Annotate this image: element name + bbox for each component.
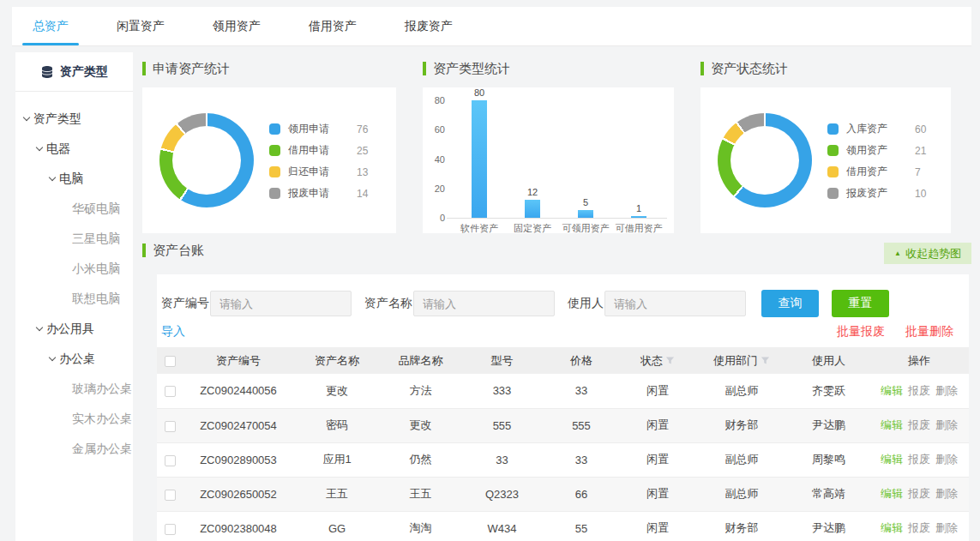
tree-node-label: 华硕电脑 — [72, 201, 120, 217]
delete-link[interactable]: 删除 — [935, 418, 958, 431]
delete-link[interactable]: 删除 — [935, 521, 958, 534]
legend-value: 76 — [357, 123, 368, 135]
cell-资产名称: 王五 — [294, 477, 380, 511]
tree-node-华硕电脑[interactable]: 华硕电脑 — [15, 194, 133, 224]
donut-chart-apply — [159, 113, 254, 207]
tree-node-label: 电脑 — [59, 171, 83, 187]
tree-node-金属办公桌[interactable]: 金属办公桌 — [15, 434, 133, 464]
filter-funnel-icon[interactable] — [665, 356, 675, 365]
legend-swatch — [827, 145, 839, 156]
delete-link[interactable]: 删除 — [935, 384, 958, 397]
cell-使用人: 尹达鹏 — [788, 511, 869, 541]
scrap-link[interactable]: 报废 — [908, 418, 930, 431]
legend-item-借用资产[interactable]: 借用资产7 — [827, 161, 926, 183]
cell-价格: 33 — [543, 442, 620, 477]
reset-button[interactable]: 重置 — [832, 290, 889, 317]
edit-link[interactable]: 编辑 — [881, 384, 903, 397]
y-tick-label: 80 — [423, 95, 445, 105]
row-checkbox-cell — [157, 408, 183, 442]
section-title: 资产状态统计 — [700, 60, 951, 77]
tree-node-三星电脑[interactable]: 三星电脑 — [15, 224, 133, 254]
row-checkbox[interactable] — [165, 524, 176, 535]
legend-item-入库资产[interactable]: 入库资产60 — [827, 118, 926, 140]
edit-link[interactable]: 编辑 — [881, 487, 903, 500]
tab-闲置资产[interactable]: 闲置资产 — [105, 7, 177, 45]
legend-item-领用申请[interactable]: 领用申请76 — [269, 118, 368, 140]
legend-item-报废申请[interactable]: 报废申请14 — [269, 183, 368, 204]
cell-型号: 333 — [461, 374, 543, 408]
edit-link[interactable]: 编辑 — [881, 453, 903, 466]
legend-item-归还申请[interactable]: 归还申请13 — [269, 161, 368, 183]
y-tick-label: 20 — [423, 183, 445, 194]
legend-swatch — [269, 166, 280, 177]
tree-node-实木办公桌[interactable]: 实木办公桌 — [15, 404, 133, 434]
edit-link[interactable]: 编辑 — [881, 521, 903, 534]
tree-node-办公用具[interactable]: 办公用具 — [15, 314, 133, 344]
row-checkbox[interactable] — [165, 490, 176, 501]
tree-node-电器[interactable]: 电器 — [15, 134, 133, 164]
row-checkbox[interactable] — [165, 421, 176, 432]
import-link[interactable]: 导入 — [161, 324, 185, 338]
legend-item-领用资产[interactable]: 领用资产21 — [827, 140, 926, 161]
section-title-text: 申请资产统计 — [153, 61, 230, 77]
scrap-link[interactable]: 报废 — [908, 453, 930, 466]
actions-cell: 编辑报废删除 — [869, 477, 969, 511]
donut-card-apply: 领用申请76借用申请25归还申请13报废申请14 — [142, 87, 396, 233]
asset-name-input[interactable] — [413, 291, 555, 316]
legend-item-借用申请[interactable]: 借用申请25 — [269, 140, 368, 161]
sidebar-header: 资产类型 — [15, 52, 133, 92]
cell-资产名称: 密码 — [294, 408, 380, 442]
asset-code-input[interactable] — [210, 291, 352, 316]
tree-node-label: 联想电脑 — [72, 292, 120, 307]
delete-link[interactable]: 删除 — [935, 453, 958, 466]
tree-node-玻璃办公桌[interactable]: 玻璃办公桌 — [15, 374, 133, 404]
tree-node-联想电脑[interactable]: 联想电脑 — [15, 284, 133, 314]
row-checkbox[interactable] — [165, 386, 176, 397]
bar-固定资产[interactable] — [525, 200, 540, 218]
edit-link[interactable]: 编辑 — [881, 418, 903, 431]
database-icon — [40, 65, 54, 79]
tab-借用资产[interactable]: 借用资产 — [297, 7, 369, 45]
tree-node-办公桌[interactable]: 办公桌 — [15, 344, 133, 374]
scrap-link[interactable]: 报废 — [908, 521, 930, 534]
filter-funnel-icon[interactable] — [761, 356, 770, 365]
chevron-down-icon — [36, 323, 43, 330]
tab-报废资产[interactable]: 报废资产 — [393, 7, 465, 45]
cell-资产编号: ZC0902440056 — [183, 374, 294, 408]
delete-link[interactable]: 删除 — [935, 487, 958, 500]
tab-领用资产[interactable]: 领用资产 — [201, 7, 273, 45]
select-all-checkbox[interactable] — [165, 356, 176, 367]
y-tick-label: 40 — [423, 154, 445, 165]
collapse-trend-button[interactable]: ▲ 收起趋势图 — [884, 243, 971, 264]
user-input[interactable] — [604, 291, 746, 316]
cell-价格: 66 — [543, 477, 620, 511]
table-row: ZC0902440056更改方法33333闲置副总师齐雯跃编辑报废删除 — [157, 374, 969, 408]
bar-软件资产[interactable] — [472, 100, 487, 218]
batch-delete-link[interactable]: 批量删除 — [905, 324, 953, 340]
cell-状态: 闲置 — [620, 374, 695, 408]
bar-slot-可领用资产: 5 — [559, 87, 612, 218]
query-button[interactable]: 查询 — [761, 290, 819, 317]
y-tick-label: 0 — [423, 213, 445, 223]
bar-可借用资产[interactable] — [631, 216, 646, 218]
x-tick-label: 软件资产 — [460, 222, 498, 235]
cell-状态: 闲置 — [620, 511, 695, 541]
x-axis-line — [447, 218, 667, 219]
bar-value-label: 12 — [527, 187, 538, 197]
cell-使用部门: 副总师 — [695, 442, 788, 477]
tab-总资产[interactable]: 总资产 — [21, 7, 81, 45]
scrap-link[interactable]: 报废 — [908, 384, 930, 397]
row-checkbox[interactable] — [165, 455, 176, 466]
table-body: ZC0902440056更改方法33333闲置副总师齐雯跃编辑报废删除ZC090… — [157, 374, 969, 541]
legend-value: 10 — [915, 188, 926, 200]
user-label: 使用人 — [568, 296, 604, 311]
tree-node-label: 三星电脑 — [72, 231, 120, 247]
asset-type-tree: 资产类型电器电脑华硕电脑三星电脑小米电脑联想电脑办公用具办公桌玻璃办公桌实木办公… — [15, 92, 133, 464]
batch-scrap-link[interactable]: 批量报废 — [837, 324, 885, 340]
tree-node-电脑[interactable]: 电脑 — [15, 164, 133, 194]
tree-node-小米电脑[interactable]: 小米电脑 — [15, 254, 133, 284]
tree-node-资产类型[interactable]: 资产类型 — [15, 104, 133, 134]
legend-item-报废资产[interactable]: 报废资产10 — [827, 183, 926, 204]
bar-可领用资产[interactable] — [578, 210, 593, 218]
scrap-link[interactable]: 报废 — [908, 487, 930, 500]
